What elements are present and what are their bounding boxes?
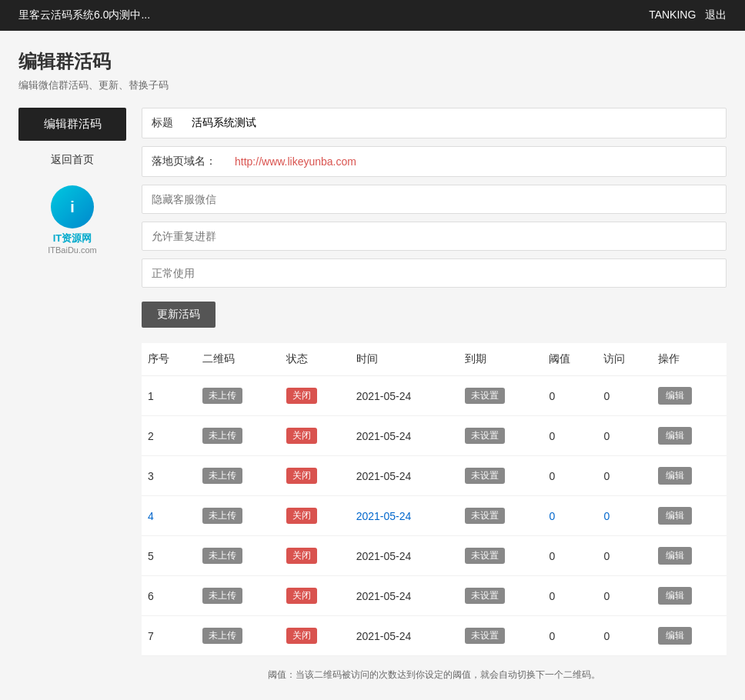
edit-button[interactable]: 编辑 [658,627,692,645]
cell-visit: 0 [597,536,652,576]
cell-time: 2021-05-24 [350,616,459,656]
expire-badge: 未设置 [465,468,505,484]
allow-repeat-group [142,222,727,251]
title-form-group: 标题 [142,108,727,138]
logo-text1: IT资源网 [53,232,92,245]
update-button[interactable]: 更新活码 [142,302,215,328]
cell-time: 2021-05-24 [350,576,459,616]
logo-text2: ITBaiDu.com [48,245,97,255]
cell-status: 关闭 [280,376,349,416]
cell-status: 关闭 [280,496,349,536]
cell-visit: 0 [597,416,652,456]
qr-badge: 未上传 [202,548,242,564]
cell-expire: 未设置 [459,616,543,656]
edit-group-code-button[interactable]: 编辑群活码 [18,108,126,141]
footnote: 阈值：当该二维码被访问的次数达到你设定的阈值，就会自动切换下一个二维码。 [142,668,727,682]
cell-time: 2021-05-24 [350,496,459,536]
cell-action: 编辑 [652,616,727,656]
edit-button[interactable]: 编辑 [658,587,692,605]
cell-time: 2021-05-24 [350,376,459,416]
col-header-visit: 访问 [597,343,652,376]
qr-badge: 未上传 [202,388,242,404]
qr-badge: 未上传 [202,628,242,644]
expire-badge: 未设置 [465,548,505,564]
logo-area: i IT资源网 ITBaiDu.com [18,185,126,255]
edit-button[interactable]: 编辑 [658,507,692,525]
cell-id: 5 [142,536,196,576]
expire-badge: 未设置 [465,628,505,644]
cell-time: 2021-05-24 [350,456,459,496]
cell-action: 编辑 [652,496,727,536]
hide-wechat-group [142,185,727,214]
expire-badge: 未设置 [465,388,505,404]
cell-expire: 未设置 [459,376,543,416]
qr-badge: 未上传 [202,508,242,524]
hide-wechat-input[interactable] [142,185,727,214]
cell-threshold: 0 [543,496,597,536]
layout: 编辑群活码 返回首页 i IT资源网 ITBaiDu.com 标题 [18,108,727,682]
status-badge: 关闭 [286,428,317,444]
cell-status: 关闭 [280,536,349,576]
cell-visit: 0 [597,616,652,656]
cell-id: 1 [142,376,196,416]
table-row: 6 未上传 关闭 2021-05-24 未设置 0 0 编辑 [142,576,727,616]
cell-expire: 未设置 [459,456,543,496]
cell-id: 4 [142,496,196,536]
landing-form-group: 落地页域名： [142,146,727,177]
col-header-qr: 二维码 [196,343,281,376]
sidebar: 编辑群活码 返回首页 i IT资源网 ITBaiDu.com [18,108,126,255]
cell-id: 3 [142,456,196,496]
cell-threshold: 0 [543,576,597,616]
table-row: 1 未上传 关闭 2021-05-24 未设置 0 0 编辑 [142,376,727,416]
title-input[interactable] [182,109,726,137]
cell-visit: 0 [597,576,652,616]
landing-input[interactable] [226,148,726,175]
topbar-title: 里客云活码系统6.0内测中... [18,8,150,22]
page-subtitle: 编辑微信群活码、更新、替换子码 [18,78,727,92]
main-content: 标题 落地页域名： [142,108,727,682]
home-link-button[interactable]: 返回首页 [18,144,126,176]
logo-circle: i [51,185,94,228]
cell-threshold: 0 [543,536,597,576]
cell-action: 编辑 [652,576,727,616]
topbar-user-logout[interactable]: TANKING 退出 [649,8,727,22]
cell-status: 关闭 [280,576,349,616]
cell-visit: 0 [597,496,652,536]
cell-visit: 0 [597,376,652,416]
table-head: 序号 二维码 状态 时间 到期 阈值 访问 操作 [142,343,727,376]
edit-button[interactable]: 编辑 [658,547,692,565]
cell-time: 2021-05-24 [350,536,459,576]
col-header-threshold: 阈值 [543,343,597,376]
edit-button[interactable]: 编辑 [658,427,692,445]
cell-time: 2021-05-24 [350,416,459,456]
table-row: 5 未上传 关闭 2021-05-24 未设置 0 0 编辑 [142,536,727,576]
allow-repeat-input[interactable] [142,222,727,251]
cell-action: 编辑 [652,376,727,416]
status-badge: 关闭 [286,508,317,524]
table-row: 7 未上传 关闭 2021-05-24 未设置 0 0 编辑 [142,616,727,656]
cell-qr: 未上传 [196,536,281,576]
cell-qr: 未上传 [196,456,281,496]
qr-badge: 未上传 [202,588,242,604]
cell-qr: 未上传 [196,416,281,456]
status-badge: 关闭 [286,588,317,604]
edit-button[interactable]: 编辑 [658,387,692,405]
col-header-expire: 到期 [459,343,543,376]
col-header-status: 状态 [280,343,349,376]
title-field-row: 标题 [142,108,727,138]
landing-label: 落地页域名： [142,147,226,176]
col-header-action: 操作 [652,343,727,376]
cell-expire: 未设置 [459,536,543,576]
logout-link[interactable]: 退出 [705,8,727,21]
cell-threshold: 0 [543,456,597,496]
cell-qr: 未上传 [196,376,281,416]
cell-id: 2 [142,416,196,456]
status-input[interactable] [142,258,727,288]
qr-badge: 未上传 [202,468,242,484]
cell-threshold: 0 [543,376,597,416]
cell-expire: 未设置 [459,576,543,616]
cell-expire: 未设置 [459,496,543,536]
cell-status: 关闭 [280,416,349,456]
edit-button[interactable]: 编辑 [658,467,692,485]
main-container: 编辑群活码 编辑微信群活码、更新、替换子码 编辑群活码 返回首页 i IT资源网… [3,31,742,700]
